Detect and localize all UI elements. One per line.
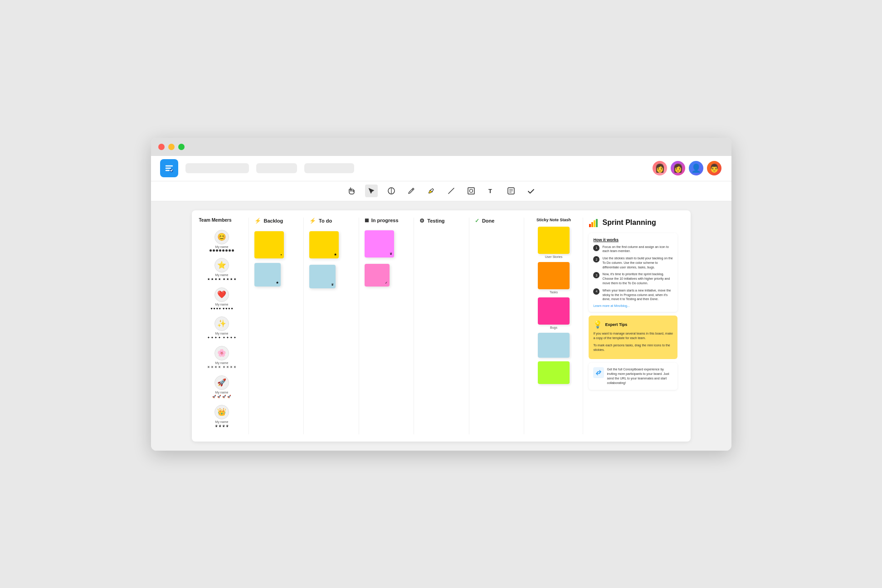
column-testing: ⚙ Testing (414, 218, 469, 434)
column-todo-header: ⚡ To do (309, 218, 353, 224)
nav-item-3[interactable] (304, 163, 354, 173)
member-name-5: My name (215, 361, 229, 364)
select-tool[interactable] (365, 185, 378, 197)
canvas-area: Team Members 😊 My name (151, 201, 731, 451)
member-name-6: My name (215, 391, 229, 394)
sticky-todo-1[interactable]: ★ (309, 231, 339, 258)
board-columns: ⚡ Backlog • ★ ⚡ To do (249, 218, 683, 434)
svg-text:T: T (488, 188, 492, 194)
step-num-1: 1 (593, 245, 599, 251)
svg-rect-14 (596, 219, 598, 227)
pen-tool[interactable] (405, 185, 418, 197)
maximize-btn[interactable] (178, 144, 185, 150)
team-members-column: Team Members 😊 My name (199, 218, 249, 434)
inprogress-title: In progress (371, 218, 399, 223)
minimize-btn[interactable] (168, 144, 175, 150)
stash-title: Sticky Note Stash (528, 218, 579, 222)
user-avatars: 👩 👩 👤 👨 (652, 160, 722, 176)
team-member-5: 🌸 My name ✕✕✕✕ ✕✕✕✕ (199, 346, 245, 369)
sticky-marker: ♛ (331, 283, 334, 287)
stash-note-blue[interactable] (538, 333, 570, 358)
sticky-marker: ★ (276, 281, 279, 285)
expert-tips-section: 💡 Expert Tips If you want to manage seve… (589, 316, 677, 359)
hand-tool[interactable] (345, 185, 358, 197)
step-text-3: Now, it's time to prioritize the sprint … (602, 272, 673, 285)
line-tool[interactable] (445, 185, 458, 197)
expert-tips-header: 💡 Expert Tips (593, 320, 673, 329)
sprint-header: Sprint Planning (589, 218, 677, 228)
icon-dot (210, 249, 212, 252)
step-2: 2 Use the stickies stash to build your b… (593, 256, 673, 269)
sticky-inprogress-1[interactable]: ♛ (365, 230, 394, 258)
icon-dot (229, 249, 231, 252)
column-todo: ⚡ To do ★ ♛ (304, 218, 359, 434)
member-avatar-6: 🚀 (214, 375, 229, 390)
expert-tips-title: Expert Tips (605, 322, 627, 327)
step-num-3: 3 (593, 272, 599, 278)
team-member-1: 😊 My name (199, 230, 245, 252)
member-name-4: My name (215, 332, 229, 335)
backlog-icon: ⚡ (254, 218, 261, 224)
column-done: ✓ Done (469, 218, 525, 434)
stash-note-green[interactable] (538, 361, 570, 384)
step-4: 4 When your team starts a new initiative… (593, 288, 673, 301)
step-num-4: 4 (593, 288, 599, 295)
step-text-4: When your team starts a new initiative, … (602, 288, 673, 301)
how-it-works-title: How it works (593, 238, 673, 242)
avatar-1[interactable]: 👩 (652, 160, 668, 176)
member-icons-3: ♥♥♥♥ ♥♥♥♥ (210, 307, 233, 310)
svg-line-3 (448, 188, 454, 194)
icon-dot (216, 249, 218, 252)
expert-tip-2: To mark each persons tasks, drag the min… (593, 343, 673, 352)
sprint-planning-panel: Sprint Planning How it works 1 Focus on … (583, 218, 683, 434)
member-avatar-4: ✨ (214, 316, 229, 331)
sticky-todo-2[interactable]: ♛ (309, 265, 336, 288)
close-btn[interactable] (158, 144, 165, 150)
nav-item-2[interactable] (256, 163, 297, 173)
nav-item-1[interactable] (185, 163, 249, 173)
column-backlog-header: ⚡ Backlog (254, 218, 298, 224)
notes-tool[interactable] (505, 185, 517, 197)
how-it-works-section: How it works 1 Focus on the first column… (589, 233, 677, 312)
app-logo[interactable] (160, 159, 178, 177)
avatar-2[interactable]: 👩 (670, 160, 686, 176)
highlighter-tool[interactable] (425, 185, 438, 197)
svg-rect-13 (594, 220, 595, 227)
stash-extra-1 (528, 333, 579, 358)
member-avatar-5: 🌸 (214, 346, 229, 360)
icon-dot (222, 249, 224, 252)
avatar-3[interactable]: 👤 (688, 160, 704, 176)
navbar: 👩 👩 👤 👨 (151, 156, 731, 181)
check-tool[interactable] (525, 185, 537, 197)
sticky-backlog-1[interactable]: • (254, 231, 284, 258)
member-icons-4: ✦✦✦✦ ✦✦✦✦ (207, 336, 236, 340)
stash-tasks: Tasks (528, 262, 579, 294)
icon-dot (219, 249, 221, 252)
member-icons-1 (210, 249, 234, 252)
member-avatar-3: ❤️ (214, 287, 229, 302)
column-inprogress-header: ▦ In progress (365, 218, 409, 223)
shape-tool[interactable] (465, 185, 478, 197)
member-icons-6: 🚀🚀🚀🚀 (212, 395, 231, 398)
icon-dot (225, 249, 228, 252)
stash-note-pink[interactable] (538, 297, 570, 325)
svg-rect-12 (591, 222, 593, 227)
team-member-2: ⭐ My name ★★★★ ★★★★ (199, 258, 245, 281)
todo-icon: ⚡ (309, 218, 316, 224)
stash-note-yellow[interactable] (538, 227, 570, 254)
team-member-6: 🚀 My name 🚀🚀🚀🚀 (199, 375, 245, 398)
learn-more-link[interactable]: Learn more at Miro/blog... (593, 304, 673, 307)
stash-user-stories: User Stories (528, 227, 579, 258)
sticky-marker: ✓ (385, 281, 388, 285)
sticky-inprogress-2[interactable]: ✓ (365, 264, 390, 287)
member-avatar-1: 😊 (214, 230, 229, 244)
text-tool[interactable]: T (485, 185, 497, 197)
backlog-title: Backlog (264, 218, 283, 224)
member-name-7: My name (215, 420, 229, 423)
eraser-tool[interactable] (385, 185, 398, 197)
avatar-4[interactable]: 👨 (706, 160, 722, 176)
stash-note-orange[interactable] (538, 262, 570, 289)
stash-label-3: Bugs (528, 326, 579, 329)
sticky-backlog-2[interactable]: ★ (254, 263, 281, 287)
expert-tip-1: If you want to manage several teams in t… (593, 331, 673, 340)
